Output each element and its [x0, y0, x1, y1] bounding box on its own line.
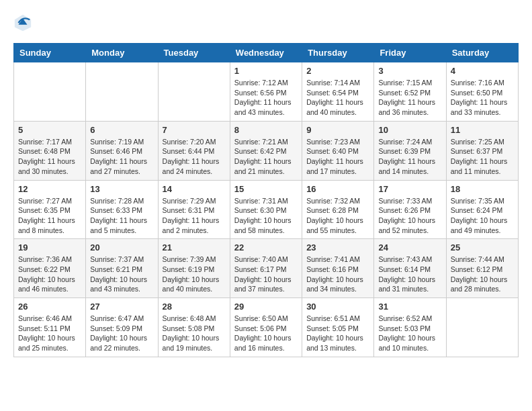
day-info: Sunrise: 7:17 AM Sunset: 6:48 PM Dayligh…: [18, 137, 81, 177]
day-number: 6: [90, 125, 153, 135]
day-number: 18: [451, 184, 514, 194]
calendar-cell: 30Sunrise: 6:51 AM Sunset: 5:05 PM Dayli…: [302, 298, 374, 357]
day-number: 9: [306, 125, 369, 135]
day-number: 16: [306, 184, 369, 194]
calendar-cell: 11Sunrise: 7:25 AM Sunset: 6:37 PM Dayli…: [446, 121, 518, 180]
calendar-cell: 29Sunrise: 6:50 AM Sunset: 5:06 PM Dayli…: [230, 298, 302, 357]
day-info: Sunrise: 6:50 AM Sunset: 5:06 PM Dayligh…: [234, 314, 298, 353]
day-info: Sunrise: 7:35 AM Sunset: 6:24 PM Dayligh…: [451, 196, 514, 236]
day-info: Sunrise: 7:43 AM Sunset: 6:14 PM Dayligh…: [378, 255, 441, 294]
day-info: Sunrise: 7:31 AM Sunset: 6:30 PM Dayligh…: [234, 196, 298, 236]
day-number: 27: [90, 302, 153, 312]
calendar-cell: 7Sunrise: 7:20 AM Sunset: 6:44 PM Daylig…: [158, 121, 230, 180]
calendar-cell: 4Sunrise: 7:16 AM Sunset: 6:50 PM Daylig…: [446, 62, 518, 122]
calendar-cell: 24Sunrise: 7:43 AM Sunset: 6:14 PM Dayli…: [374, 239, 446, 298]
calendar-day-header: Monday: [86, 44, 158, 62]
calendar-cell: 31Sunrise: 6:52 AM Sunset: 5:03 PM Dayli…: [374, 298, 446, 357]
day-number: 23: [306, 242, 369, 253]
page-header: [13, 13, 519, 32]
calendar-cell: 9Sunrise: 7:23 AM Sunset: 6:40 PM Daylig…: [302, 121, 374, 180]
calendar-day-header: Saturday: [446, 44, 518, 62]
calendar-cell: 13Sunrise: 7:28 AM Sunset: 6:33 PM Dayli…: [86, 180, 158, 239]
day-info: Sunrise: 7:27 AM Sunset: 6:35 PM Dayligh…: [18, 196, 81, 236]
calendar-cell: 14Sunrise: 7:29 AM Sunset: 6:31 PM Dayli…: [158, 180, 230, 239]
day-number: 7: [163, 125, 226, 135]
day-info: Sunrise: 7:12 AM Sunset: 6:56 PM Dayligh…: [234, 78, 298, 118]
calendar-day-header: Wednesday: [230, 44, 302, 62]
calendar-cell: 15Sunrise: 7:31 AM Sunset: 6:30 PM Dayli…: [230, 180, 302, 239]
calendar-cell: 1Sunrise: 7:12 AM Sunset: 6:56 PM Daylig…: [230, 62, 302, 122]
day-info: Sunrise: 7:36 AM Sunset: 6:22 PM Dayligh…: [18, 255, 81, 294]
calendar-cell: 23Sunrise: 7:41 AM Sunset: 6:16 PM Dayli…: [302, 239, 374, 298]
calendar-cell: 25Sunrise: 7:44 AM Sunset: 6:12 PM Dayli…: [446, 239, 518, 298]
day-info: Sunrise: 7:19 AM Sunset: 6:46 PM Dayligh…: [90, 137, 153, 177]
day-info: Sunrise: 7:29 AM Sunset: 6:31 PM Dayligh…: [163, 196, 226, 236]
calendar-table: SundayMondayTuesdayWednesdayThursdayFrid…: [13, 43, 519, 357]
day-info: Sunrise: 6:47 AM Sunset: 5:09 PM Dayligh…: [90, 314, 153, 353]
calendar-cell: 28Sunrise: 6:48 AM Sunset: 5:08 PM Dayli…: [158, 298, 230, 357]
calendar-header-row: SundayMondayTuesdayWednesdayThursdayFrid…: [14, 44, 519, 62]
day-number: 22: [234, 242, 298, 253]
calendar-cell: 5Sunrise: 7:17 AM Sunset: 6:48 PM Daylig…: [14, 121, 86, 180]
calendar-cell: 20Sunrise: 7:37 AM Sunset: 6:21 PM Dayli…: [86, 239, 158, 298]
day-info: Sunrise: 7:16 AM Sunset: 6:50 PM Dayligh…: [451, 78, 514, 118]
day-info: Sunrise: 7:37 AM Sunset: 6:21 PM Dayligh…: [90, 255, 153, 294]
calendar-cell: 19Sunrise: 7:36 AM Sunset: 6:22 PM Dayli…: [14, 239, 86, 298]
day-number: 20: [90, 242, 153, 253]
day-number: 14: [163, 184, 226, 194]
day-info: Sunrise: 7:24 AM Sunset: 6:39 PM Dayligh…: [378, 137, 441, 177]
logo-icon: [13, 13, 32, 32]
day-number: 8: [234, 125, 298, 135]
day-number: 10: [378, 125, 441, 135]
day-info: Sunrise: 7:23 AM Sunset: 6:40 PM Dayligh…: [306, 137, 369, 177]
calendar-week-row: 26Sunrise: 6:46 AM Sunset: 5:11 PM Dayli…: [14, 298, 519, 357]
day-number: 31: [378, 302, 441, 312]
calendar-day-header: Sunday: [14, 44, 86, 62]
calendar-cell: 2Sunrise: 7:14 AM Sunset: 6:54 PM Daylig…: [302, 62, 374, 122]
day-number: 21: [163, 242, 226, 253]
calendar-cell: 21Sunrise: 7:39 AM Sunset: 6:19 PM Dayli…: [158, 239, 230, 298]
day-number: 25: [451, 242, 514, 253]
day-number: 29: [234, 302, 298, 312]
day-number: 12: [18, 184, 81, 194]
day-number: 5: [18, 125, 81, 135]
day-number: 2: [306, 66, 369, 76]
calendar-cell: 18Sunrise: 7:35 AM Sunset: 6:24 PM Dayli…: [446, 180, 518, 239]
calendar-day-header: Tuesday: [158, 44, 230, 62]
day-number: 11: [451, 125, 514, 135]
day-info: Sunrise: 7:44 AM Sunset: 6:12 PM Dayligh…: [451, 255, 514, 294]
day-number: 17: [378, 184, 441, 194]
day-number: 15: [234, 184, 298, 194]
calendar-cell: [86, 62, 158, 122]
day-info: Sunrise: 7:14 AM Sunset: 6:54 PM Dayligh…: [306, 78, 369, 118]
day-info: Sunrise: 7:41 AM Sunset: 6:16 PM Dayligh…: [306, 255, 369, 294]
calendar-cell: 3Sunrise: 7:15 AM Sunset: 6:52 PM Daylig…: [374, 62, 446, 122]
calendar-cell: 8Sunrise: 7:21 AM Sunset: 6:42 PM Daylig…: [230, 121, 302, 180]
calendar-cell: 27Sunrise: 6:47 AM Sunset: 5:09 PM Dayli…: [86, 298, 158, 357]
day-number: 26: [18, 302, 81, 312]
calendar-day-header: Thursday: [302, 44, 374, 62]
day-number: 24: [378, 242, 441, 253]
day-number: 19: [18, 242, 81, 253]
day-info: Sunrise: 7:32 AM Sunset: 6:28 PM Dayligh…: [306, 196, 369, 236]
day-info: Sunrise: 7:33 AM Sunset: 6:26 PM Dayligh…: [378, 196, 441, 236]
calendar-cell: 10Sunrise: 7:24 AM Sunset: 6:39 PM Dayli…: [374, 121, 446, 180]
calendar-day-header: Friday: [374, 44, 446, 62]
day-info: Sunrise: 7:25 AM Sunset: 6:37 PM Dayligh…: [451, 137, 514, 177]
day-number: 3: [378, 66, 441, 76]
day-number: 1: [234, 66, 298, 76]
day-info: Sunrise: 7:20 AM Sunset: 6:44 PM Dayligh…: [163, 137, 226, 177]
day-info: Sunrise: 7:39 AM Sunset: 6:19 PM Dayligh…: [163, 255, 226, 294]
day-info: Sunrise: 6:48 AM Sunset: 5:08 PM Dayligh…: [163, 314, 226, 353]
day-number: 4: [451, 66, 514, 76]
calendar-cell: 6Sunrise: 7:19 AM Sunset: 6:46 PM Daylig…: [86, 121, 158, 180]
logo: [13, 13, 35, 32]
calendar-cell: 16Sunrise: 7:32 AM Sunset: 6:28 PM Dayli…: [302, 180, 374, 239]
day-number: 28: [163, 302, 226, 312]
day-info: Sunrise: 7:21 AM Sunset: 6:42 PM Dayligh…: [234, 137, 298, 177]
calendar-week-row: 12Sunrise: 7:27 AM Sunset: 6:35 PM Dayli…: [14, 180, 519, 239]
calendar-cell: 12Sunrise: 7:27 AM Sunset: 6:35 PM Dayli…: [14, 180, 86, 239]
calendar-week-row: 19Sunrise: 7:36 AM Sunset: 6:22 PM Dayli…: [14, 239, 519, 298]
day-info: Sunrise: 7:28 AM Sunset: 6:33 PM Dayligh…: [90, 196, 153, 236]
calendar-cell: 17Sunrise: 7:33 AM Sunset: 6:26 PM Dayli…: [374, 180, 446, 239]
